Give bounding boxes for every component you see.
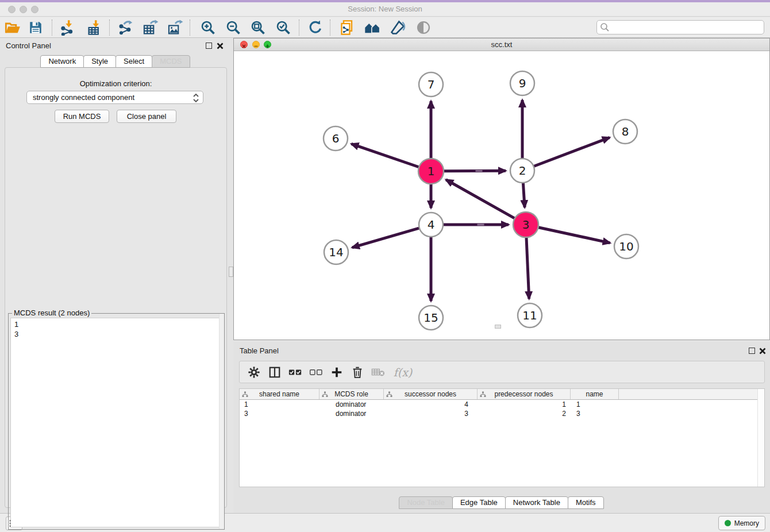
cell-mcds-role[interactable]: dominator <box>319 400 384 408</box>
graph-edge-3-1[interactable] <box>446 180 515 219</box>
tab-network[interactable]: Network <box>40 55 84 68</box>
function-builder-button[interactable]: f(x) <box>390 364 415 381</box>
graph-node-11[interactable]: 11 <box>518 303 542 327</box>
show-column-button[interactable] <box>266 364 283 381</box>
show-hide-panel-button[interactable] <box>414 18 433 37</box>
session-title: Session: New Session <box>0 5 770 13</box>
cell-mcds-role[interactable]: dominator <box>319 410 384 418</box>
graph-node-10[interactable]: 10 <box>614 234 638 259</box>
toolbar-separator <box>330 20 330 36</box>
graph-edge-1-2[interactable] <box>442 171 506 171</box>
graph-edge-3-10[interactable] <box>537 227 610 243</box>
control-panel-header: Control Panel <box>0 38 231 54</box>
graph-node-8[interactable]: 8 <box>613 119 637 144</box>
horizontal-splitter-handle[interactable] <box>495 325 501 329</box>
show-all-networks-button[interactable] <box>363 18 382 37</box>
column-type-icon <box>242 391 248 398</box>
open-session-button[interactable] <box>3 18 22 37</box>
save-session-button[interactable] <box>26 18 45 37</box>
select-all-columns-button[interactable] <box>287 364 304 381</box>
vertical-splitter-handle[interactable] <box>229 267 233 277</box>
graph-node-3[interactable]: 3 <box>513 212 538 237</box>
network-window-titlebar[interactable]: scc.txt <box>234 38 769 51</box>
tab-motifs[interactable]: Motifs <box>568 496 604 509</box>
table-scrollbar[interactable] <box>757 389 764 487</box>
edge-label-mark <box>476 170 483 172</box>
control-panel-title: Control Panel <box>6 41 51 50</box>
graph-node-15[interactable]: 15 <box>419 306 443 330</box>
cell-successor-nodes[interactable]: 4 <box>384 400 478 408</box>
search-input[interactable] <box>596 20 764 34</box>
table-row[interactable]: 3 dominator 3 2 3 <box>240 409 764 418</box>
cell-predecessor-nodes[interactable]: 1 <box>478 400 571 408</box>
column-header-name[interactable]: name <box>571 389 619 399</box>
cell-successor-nodes[interactable]: 3 <box>384 410 478 418</box>
tab-select[interactable]: Select <box>116 55 152 68</box>
trash-icon <box>352 366 363 379</box>
export-image-button[interactable] <box>166 18 184 37</box>
zoom-in-button[interactable] <box>199 18 217 37</box>
run-mcds-button[interactable]: Run MCDS <box>55 110 109 123</box>
cell-name[interactable]: 3 <box>571 410 619 418</box>
graph-node-9[interactable]: 9 <box>510 71 534 95</box>
tab-mcds[interactable]: MCDS <box>152 55 190 68</box>
column-header-successor-nodes[interactable]: successor nodes <box>384 389 478 399</box>
close-panel-button[interactable]: Close panel <box>117 110 176 123</box>
graph-node-2[interactable]: 2 <box>510 159 534 183</box>
create-column-button[interactable] <box>328 364 345 381</box>
import-network-button[interactable] <box>59 18 77 37</box>
close-panel-icon[interactable] <box>217 43 224 49</box>
graph-edge-3-11[interactable] <box>526 236 529 299</box>
tab-network-table[interactable]: Network Table <box>505 496 568 509</box>
mcds-result-list[interactable]: 1 3 <box>10 318 222 527</box>
table-row[interactable]: 1 dominator 4 1 1 <box>240 400 764 409</box>
delete-column-button[interactable] <box>349 364 366 381</box>
graph-node-1[interactable]: 1 <box>418 159 444 184</box>
result-scrollbar[interactable] <box>219 314 224 529</box>
open-folder-icon <box>5 20 21 36</box>
criterion-select[interactable]: strongly connected component <box>26 91 203 104</box>
memory-button[interactable]: Memory <box>718 516 765 530</box>
svg-text:4: 4 <box>428 218 435 232</box>
svg-text:15: 15 <box>424 311 438 325</box>
float-panel-icon[interactable] <box>206 43 212 49</box>
graph-edge-2-8[interactable] <box>533 137 610 167</box>
refresh-layout-button[interactable] <box>306 18 325 37</box>
zoom-fit-button[interactable] <box>249 18 267 37</box>
graph-node-6[interactable]: 6 <box>324 126 348 151</box>
tab-edge-table[interactable]: Edge Table <box>452 496 506 509</box>
export-table-button[interactable] <box>141 18 160 37</box>
column-header-mcds-role[interactable]: MCDS role <box>319 389 384 399</box>
column-header-predecessor-nodes[interactable]: predecessor nodes <box>478 389 571 399</box>
criterion-selected-value: strongly connected component <box>33 93 134 102</box>
graph-node-4[interactable]: 4 <box>419 213 443 237</box>
graph-node-14[interactable]: 14 <box>324 240 348 264</box>
tab-style[interactable]: Style <box>83 55 116 68</box>
close-table-panel-icon[interactable] <box>759 348 766 354</box>
graph-node-7[interactable]: 7 <box>419 72 443 97</box>
network-canvas[interactable]: 7968124314101511 <box>234 51 769 340</box>
zoom-out-button[interactable] <box>224 18 242 37</box>
export-network-button[interactable] <box>116 18 134 37</box>
apply-style-button[interactable] <box>388 18 407 37</box>
unchecked-boxes-icon <box>309 368 323 377</box>
cell-shared-name[interactable]: 3 <box>240 410 319 418</box>
zoom-selected-button[interactable] <box>274 18 292 37</box>
graph-edge-1-6[interactable] <box>351 144 420 167</box>
main-toolbar <box>0 17 770 38</box>
unselect-all-columns-button[interactable] <box>307 364 325 381</box>
tab-node-table[interactable]: Node Table <box>399 496 453 509</box>
delete-table-button[interactable] <box>369 364 387 381</box>
duplicate-network-button[interactable] <box>338 18 357 37</box>
graph-edge-2-3[interactable] <box>523 182 525 207</box>
graph-edge-4-14[interactable] <box>352 228 421 248</box>
memory-status-icon <box>725 520 731 526</box>
cell-shared-name[interactable]: 1 <box>240 400 319 408</box>
style-brush-icon <box>390 20 406 36</box>
table-settings-button[interactable] <box>245 364 263 381</box>
import-table-button[interactable] <box>86 18 104 37</box>
column-header-shared-name[interactable]: shared name <box>240 389 319 399</box>
float-table-panel-icon[interactable] <box>749 348 755 354</box>
cell-name[interactable]: 1 <box>571 400 619 408</box>
cell-predecessor-nodes[interactable]: 2 <box>478 410 571 418</box>
